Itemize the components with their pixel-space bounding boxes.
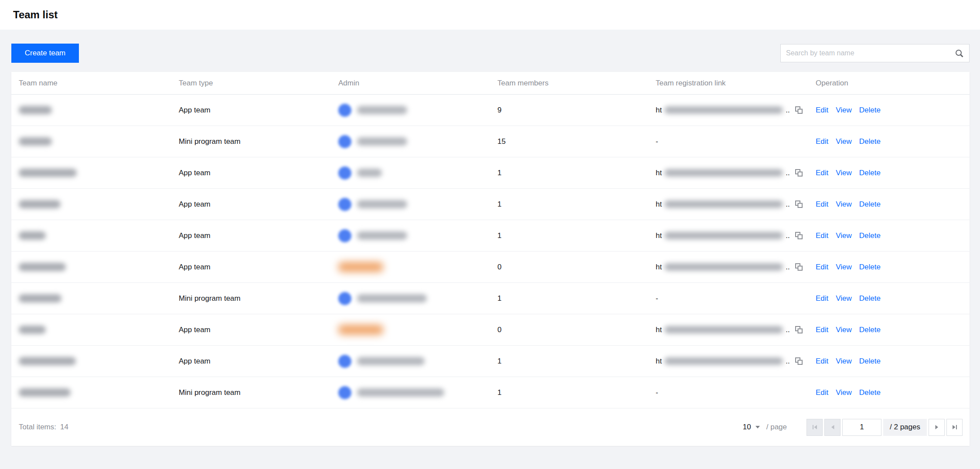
pagination: 10 / page [743, 419, 963, 436]
edit-link[interactable]: Edit [816, 294, 828, 303]
next-page-button[interactable] [929, 419, 945, 436]
link-ellipsis: .. [786, 169, 789, 177]
copy-icon[interactable] [795, 357, 803, 365]
link-prefix: ht [656, 106, 662, 115]
first-page-icon [812, 424, 818, 430]
team-type: Mini program team [179, 137, 241, 146]
operation-cell: Edit View Delete [816, 294, 970, 303]
view-link[interactable]: View [836, 106, 852, 115]
link-redacted [664, 106, 783, 114]
registration-link-cell: ht.. [656, 263, 816, 272]
admin-cell [338, 135, 497, 148]
copy-icon[interactable] [795, 200, 803, 208]
team-members-count: 1 [497, 200, 501, 209]
team-type-cell: Mini program team [179, 388, 338, 397]
view-link[interactable]: View [836, 263, 852, 272]
admin-name-redacted [357, 137, 407, 146]
registration-link-cell: - [656, 294, 816, 303]
search-box[interactable] [780, 44, 970, 62]
edit-link[interactable]: Edit [816, 388, 828, 397]
edit-link[interactable]: Edit [816, 263, 828, 272]
copy-icon[interactable] [795, 231, 803, 240]
edit-link[interactable]: Edit [816, 231, 828, 240]
view-link[interactable]: View [836, 231, 852, 240]
table-row: Mini program team 1 - Edit View Delete [11, 283, 970, 314]
team-name-cell [19, 200, 179, 208]
team-type-cell: App team [179, 169, 338, 177]
column-header-team-members: Team members [497, 79, 656, 88]
copy-icon[interactable] [795, 106, 803, 114]
team-members-count: 0 [497, 263, 501, 272]
copy-icon[interactable] [795, 169, 803, 177]
per-page-label: / page [766, 423, 787, 432]
team-type-cell: App team [179, 200, 338, 209]
page-size-select[interactable]: 10 [743, 423, 760, 432]
edit-link[interactable]: Edit [816, 200, 828, 209]
admin-avatar [338, 355, 351, 368]
copy-icon[interactable] [795, 263, 803, 271]
team-type: App team [179, 106, 211, 115]
view-link[interactable]: View [836, 388, 852, 397]
previous-page-button[interactable] [824, 419, 840, 436]
column-header-operation: Operation [816, 79, 970, 88]
edit-link[interactable]: Edit [816, 106, 828, 115]
page-title: Team list [13, 9, 58, 21]
link-prefix: ht [656, 263, 662, 272]
delete-link[interactable]: Delete [859, 137, 881, 146]
team-name-cell [19, 263, 179, 271]
admin-cell [338, 386, 497, 399]
team-type-cell: App team [179, 106, 338, 115]
delete-link[interactable]: Delete [859, 200, 881, 209]
admin-avatar [338, 104, 351, 117]
admin-name-redacted [357, 294, 427, 302]
link-ellipsis: .. [786, 106, 789, 115]
first-page-button[interactable] [806, 419, 823, 436]
team-members-cell: 1 [497, 169, 656, 177]
last-page-button[interactable] [946, 419, 963, 436]
delete-link[interactable]: Delete [859, 263, 881, 272]
delete-link[interactable]: Delete [859, 326, 881, 334]
team-table: Team name Team type Admin Team members T… [11, 72, 970, 446]
toolbar: Create team [11, 44, 970, 63]
admin-cell [338, 262, 497, 272]
edit-link[interactable]: Edit [816, 357, 828, 366]
admin-name-redacted [357, 106, 407, 114]
team-type-cell: App team [179, 231, 338, 240]
search-input[interactable] [786, 49, 955, 57]
chevron-down-icon [755, 425, 760, 429]
team-name-redacted [19, 263, 66, 271]
team-name-redacted [19, 169, 77, 177]
admin-avatar [338, 386, 351, 399]
team-name-redacted [19, 388, 71, 397]
registration-link-text: ht.. [656, 326, 790, 334]
current-page-input[interactable] [842, 419, 881, 436]
view-link[interactable]: View [836, 169, 852, 177]
delete-link[interactable]: Delete [859, 357, 881, 366]
team-name-cell [19, 388, 179, 397]
create-team-button[interactable]: Create team [11, 44, 79, 63]
team-members-cell: 15 [497, 137, 656, 146]
link-prefix: ht [656, 357, 662, 366]
delete-link[interactable]: Delete [859, 106, 881, 115]
delete-link[interactable]: Delete [859, 388, 881, 397]
edit-link[interactable]: Edit [816, 169, 828, 177]
registration-link-text: ht.. [656, 106, 790, 115]
delete-link[interactable]: Delete [859, 294, 881, 303]
team-name-cell [19, 106, 179, 114]
team-type: App team [179, 357, 211, 366]
link-ellipsis: .. [786, 231, 789, 240]
edit-link[interactable]: Edit [816, 326, 828, 334]
view-link[interactable]: View [836, 200, 852, 209]
total-items-value: 14 [60, 423, 68, 431]
copy-icon[interactable] [795, 326, 803, 334]
delete-link[interactable]: Delete [859, 169, 881, 177]
view-link[interactable]: View [836, 137, 852, 146]
search-icon[interactable] [955, 49, 964, 58]
view-link[interactable]: View [836, 357, 852, 366]
page-size-value: 10 [743, 423, 751, 432]
view-link[interactable]: View [836, 294, 852, 303]
delete-link[interactable]: Delete [859, 231, 881, 240]
empty-link-dash: - [656, 137, 658, 146]
edit-link[interactable]: Edit [816, 137, 828, 146]
view-link[interactable]: View [836, 326, 852, 334]
